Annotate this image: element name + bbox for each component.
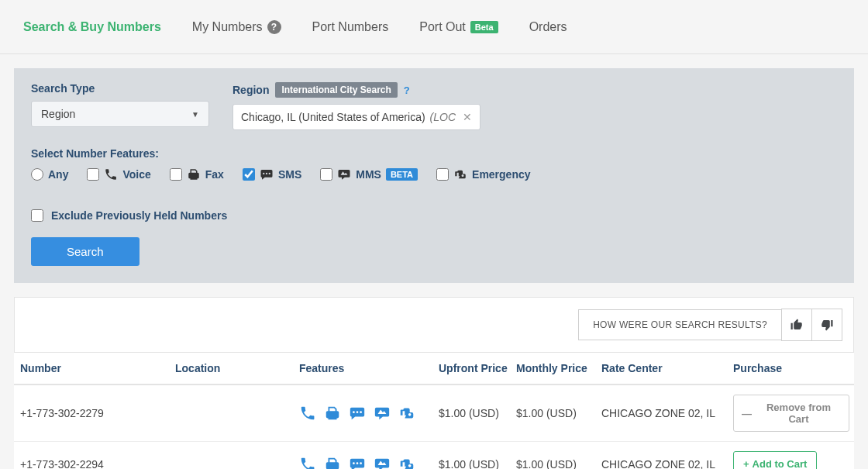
table-row: +1-773-302-2294 $1.00 (USD) $1.00 (USD) … [14, 442, 854, 469]
beta-badge: BETA [386, 168, 418, 181]
region-label-row: Region International City Search ? [232, 82, 480, 98]
emergency-icon [398, 405, 415, 422]
feature-label: MMS [356, 168, 381, 181]
col-rate-center[interactable]: Rate Center [601, 362, 733, 374]
cell-rate-center: CHICAGO ZONE 02, IL [601, 407, 733, 419]
feature-label: Fax [205, 168, 224, 181]
col-location[interactable]: Location [175, 362, 299, 374]
help-icon[interactable]: ? [267, 20, 281, 34]
thumbs-up-button[interactable] [781, 309, 812, 341]
thumb-down-icon [820, 318, 834, 332]
search-button[interactable]: Search [31, 237, 140, 266]
clear-icon[interactable]: ✕ [463, 111, 472, 123]
search-type-label: Search Type [31, 82, 209, 95]
cell-monthly: $1.00 (USD) [516, 407, 601, 419]
tab-orders[interactable]: Orders [529, 20, 567, 34]
tab-port-numbers[interactable]: Port Numbers [312, 20, 389, 34]
fax-checkbox[interactable] [170, 168, 182, 181]
help-icon[interactable]: ? [404, 84, 410, 96]
col-monthly[interactable]: Monthly Price [516, 362, 601, 374]
exclude-label: Exclude Previously Held Numbers [51, 209, 227, 222]
phone-icon [299, 405, 316, 422]
voice-checkbox[interactable] [87, 168, 99, 181]
feature-label: Any [48, 168, 68, 181]
mms-icon [374, 405, 391, 422]
results-table: Number Location Features Upfront Price M… [14, 353, 854, 469]
feature-sms[interactable]: SMS [243, 167, 301, 181]
button-label: Remove from Cart [756, 402, 841, 425]
region-input[interactable]: Chicago, IL (United States of America) (… [232, 104, 480, 130]
minus-icon: — [742, 408, 752, 419]
features-label: Select Number Features: [31, 147, 837, 160]
col-purchase[interactable]: Purchase [733, 362, 849, 374]
cell-monthly: $1.00 (USD) [516, 458, 601, 470]
emergency-checkbox[interactable] [436, 168, 449, 181]
region-badge: International City Search [275, 82, 397, 98]
feature-label: SMS [278, 168, 301, 181]
thumbs-down-button[interactable] [811, 309, 842, 341]
row-features [299, 405, 439, 422]
table-header: Number Location Features Upfront Price M… [14, 353, 854, 385]
tab-label: Port Out [419, 20, 466, 34]
feature-any[interactable]: Any [31, 168, 68, 181]
beta-badge: Beta [470, 21, 498, 33]
tab-port-out[interactable]: Port Out Beta [419, 20, 498, 34]
region-label: Region [232, 84, 269, 96]
feedback-prompt: HOW WERE OUR SEARCH RESULTS? [578, 309, 782, 340]
region-suffix: (LOC [430, 111, 456, 123]
cell-number: +1-773-302-2294 [20, 458, 175, 470]
row-features [299, 456, 439, 470]
cell-purchase: +Add to Cart [733, 451, 849, 469]
cell-number: +1-773-302-2279 [20, 407, 175, 419]
plus-icon: + [743, 458, 749, 469]
fax-icon [324, 405, 341, 422]
cell-upfront: $1.00 (USD) [439, 458, 516, 470]
cell-upfront: $1.00 (USD) [439, 407, 516, 419]
sms-icon [349, 405, 366, 422]
add-to-cart-button[interactable]: +Add to Cart [733, 451, 817, 469]
sms-icon [260, 167, 274, 181]
exclude-option[interactable]: Exclude Previously Held Numbers [31, 209, 837, 222]
exclude-checkbox[interactable] [31, 209, 43, 222]
phone-icon [299, 456, 316, 470]
mms-checkbox[interactable] [320, 168, 332, 181]
sms-checkbox[interactable] [243, 168, 255, 181]
phone-icon [104, 167, 118, 181]
search-type-select[interactable]: Region ▼ [31, 101, 209, 127]
feedback-bar: HOW WERE OUR SEARCH RESULTS? [14, 297, 854, 353]
sms-icon [349, 456, 366, 470]
cell-purchase: —Remove from Cart [733, 395, 849, 432]
mms-icon [337, 167, 351, 181]
feature-emergency[interactable]: Emergency [436, 167, 530, 181]
tab-label: My Numbers [192, 20, 263, 34]
emergency-icon [398, 456, 415, 470]
table-row: +1-773-302-2279 $1.00 (USD) $1.00 (USD) … [14, 385, 854, 442]
feature-voice[interactable]: Voice [87, 167, 150, 181]
any-radio[interactable] [31, 168, 43, 181]
feature-fax[interactable]: Fax [170, 167, 224, 181]
feature-label: Emergency [472, 168, 530, 181]
fax-icon [187, 167, 201, 181]
mms-icon [374, 456, 391, 470]
top-tabs: Search & Buy Numbers My Numbers ? Port N… [0, 0, 868, 54]
thumb-up-icon [790, 318, 804, 332]
feature-label: Voice [122, 168, 150, 181]
remove-from-cart-button[interactable]: —Remove from Cart [733, 395, 849, 432]
col-upfront[interactable]: Upfront Price [439, 362, 516, 374]
search-panel: Search Type Region ▼ Region Internationa… [14, 68, 854, 283]
tab-search-buy[interactable]: Search & Buy Numbers [23, 20, 161, 34]
tab-my-numbers[interactable]: My Numbers ? [192, 20, 281, 34]
fax-icon [324, 456, 341, 470]
select-value: Region [41, 108, 75, 120]
col-number[interactable]: Number [20, 362, 175, 374]
feature-mms[interactable]: MMS BETA [320, 167, 418, 181]
cell-rate-center: CHICAGO ZONE 02, IL [601, 458, 733, 470]
button-label: Add to Cart [753, 458, 808, 469]
chevron-down-icon: ▼ [191, 110, 199, 119]
emergency-icon [453, 167, 467, 181]
region-value: Chicago, IL (United States of America) [241, 111, 425, 123]
col-features[interactable]: Features [299, 362, 439, 374]
